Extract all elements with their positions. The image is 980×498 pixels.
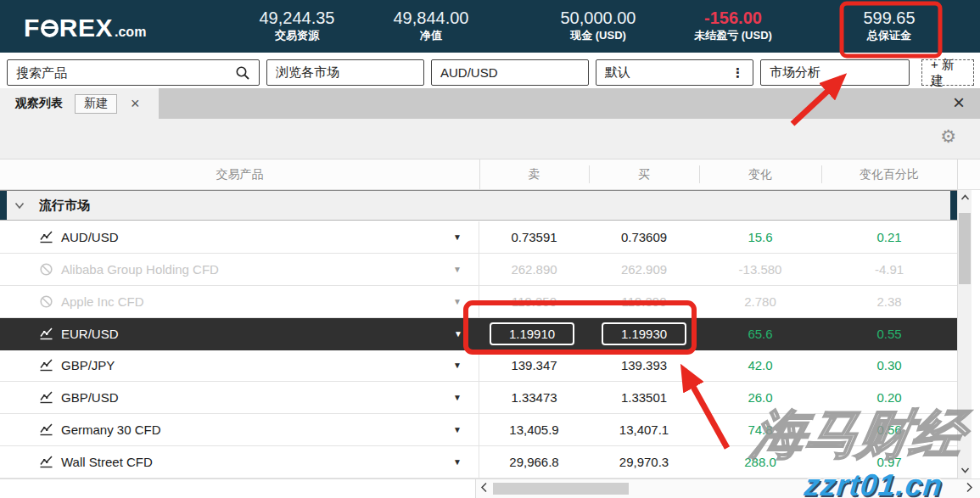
product-cell[interactable]: Wall Street CFD▼ [0, 446, 479, 478]
chart-icon [39, 422, 53, 437]
scroll-right-icon[interactable] [966, 482, 973, 493]
buy-cell[interactable]: 1.33501 [589, 382, 699, 413]
sell-price: 1.33473 [511, 390, 557, 405]
product-cell[interactable]: Alibaba Group Holding CFD▼ [0, 254, 479, 285]
chevron-down-icon[interactable]: ▼ [453, 232, 462, 242]
new-workspace-label: + 新建 [931, 57, 965, 89]
instrument-name: AUD/USD [61, 230, 119, 244]
blocked-icon [39, 262, 53, 277]
market-analysis-label: 市场分析 [770, 64, 820, 81]
header-product[interactable]: 交易产品 [0, 159, 479, 189]
instrument-name: Apple Inc CFD [61, 294, 144, 309]
forex-logo: F REX .com [24, 14, 146, 42]
stat-total-margin: 599.65 总保证金 [817, 8, 961, 43]
search-box[interactable] [7, 59, 260, 86]
product-cell[interactable]: Apple Inc CFD▼ [0, 286, 479, 317]
buy-cell[interactable]: 13,407.1 [589, 414, 699, 445]
new-workspace-button[interactable]: + 新建 [921, 59, 974, 86]
sell-cell[interactable]: 1.33473 [479, 382, 589, 413]
instrument-selector-label: AUD/USD [440, 65, 498, 80]
product-cell[interactable]: Germany 30 CFD▼ [0, 414, 479, 445]
table-row[interactable]: Germany 30 CFD▼13,405.913,407.174.80.56 [0, 414, 957, 446]
stat-value: 599.65 [817, 8, 961, 28]
chevron-down-icon[interactable] [14, 202, 25, 210]
tab-new-button[interactable]: 新建 [75, 94, 117, 114]
vertical-scrollbar[interactable] [957, 190, 972, 478]
market-analysis-button[interactable]: 市场分析 [760, 59, 910, 86]
chevron-down-icon[interactable]: ▼ [453, 265, 462, 274]
sell-price-button[interactable]: 1.19910 [490, 322, 574, 345]
table-row[interactable]: AUD/USD▼0.735910.7360915.60.21 [0, 221, 957, 254]
vertical-scroll-thumb[interactable] [959, 213, 971, 284]
change-cell: 42.0 [699, 350, 821, 382]
sell-cell[interactable]: 119.350 [479, 286, 589, 317]
group-accent-bar [950, 191, 957, 220]
product-cell[interactable]: AUD/USD▼ [0, 221, 479, 253]
instrument-selector[interactable]: AUD/USD [431, 59, 589, 86]
buy-cell[interactable]: 139.393 [589, 350, 699, 382]
buy-cell[interactable]: 29,970.3 [589, 446, 699, 478]
buy-cell[interactable]: 262.909 [589, 254, 699, 285]
table-row[interactable]: Alibaba Group Holding CFD▼262.890262.909… [0, 254, 957, 286]
sell-cell[interactable]: 139.347 [479, 350, 589, 382]
header-sell[interactable]: 卖 [479, 159, 589, 189]
scroll-left-icon[interactable] [480, 482, 488, 493]
product-cell[interactable]: GBP/USD▼ [0, 382, 479, 413]
stat-value: 50,000.00 [526, 8, 670, 28]
change-pct-cell: 0.55 [821, 318, 957, 350]
stat-label: 交易资源 [225, 28, 369, 43]
product-cell[interactable]: GBP/JPY▼ [0, 350, 479, 382]
buy-cell[interactable]: 0.73609 [589, 221, 699, 253]
horizontal-scrollbar[interactable] [0, 478, 980, 498]
scroll-up-icon[interactable] [958, 194, 972, 201]
buy-price-button[interactable]: 1.19930 [602, 322, 686, 345]
search-input[interactable] [16, 65, 220, 80]
header-buy[interactable]: 买 [589, 159, 699, 189]
table-row[interactable]: Wall Street CFD▼29,966.829,970.3288.00.9… [0, 446, 957, 478]
instrument-name: Wall Street CFD [61, 455, 153, 469]
browse-markets-label: 浏览各市场 [276, 64, 339, 81]
panel-close-icon[interactable]: × [953, 92, 965, 113]
gear-icon[interactable]: ⚙ [940, 126, 956, 147]
search-icon[interactable] [235, 65, 250, 81]
group-row-popular-markets[interactable]: 流行市场 [0, 190, 957, 221]
product-cell[interactable]: EUR/USD▼ [0, 318, 479, 350]
change-cell: 65.6 [699, 318, 821, 350]
chevron-down-icon[interactable]: ▼ [454, 329, 462, 339]
sell-price: 13,405.9 [509, 422, 558, 437]
chevron-down-icon[interactable]: ▼ [453, 393, 462, 402]
header-change-pct[interactable]: 变化百分比 [821, 159, 957, 189]
sell-cell[interactable]: 0.73591 [479, 221, 589, 253]
chevron-down-icon[interactable]: ▼ [453, 425, 462, 434]
change-cell: -13.580 [699, 254, 821, 285]
logo-text: F [24, 14, 40, 42]
table-row[interactable]: GBP/USD▼1.334731.3350126.00.20 [0, 382, 957, 414]
tab-close-icon[interactable]: × [131, 96, 140, 111]
table-row[interactable]: Apple Inc CFD▼119.350119.3902.7802.38 [0, 286, 957, 318]
browse-markets-button[interactable]: 浏览各市场 [266, 59, 424, 86]
header-change[interactable]: 变化 [699, 159, 821, 189]
kebab-menu-icon[interactable]: ⋮ [731, 66, 744, 79]
horizontal-scroll-thumb[interactable] [493, 483, 629, 495]
sell-cell[interactable]: 29,966.8 [479, 446, 589, 478]
logo-text: REX [59, 14, 113, 42]
column-divider [479, 159, 480, 189]
layout-selector[interactable]: 默认 ⋮ [596, 59, 753, 86]
instrument-name: Germany 30 CFD [61, 422, 161, 437]
horizontal-scroll-track[interactable] [475, 479, 980, 498]
chevron-down-icon[interactable]: ▼ [453, 457, 462, 467]
buy-cell[interactable]: 119.390 [589, 286, 699, 317]
chevron-down-icon[interactable]: ▼ [453, 297, 462, 306]
chevron-down-icon[interactable]: ▼ [453, 361, 462, 370]
table-row[interactable]: GBP/JPY▼139.347139.39342.00.30 [0, 350, 957, 383]
buy-price: 13,407.1 [619, 422, 669, 437]
table-row[interactable]: EUR/USD▼1.199101.1993065.60.55 [0, 318, 957, 350]
scroll-down-icon[interactable] [958, 467, 972, 473]
tab-watchlist[interactable]: 观察列表 新建 × [0, 88, 159, 119]
sell-cell[interactable]: 13,405.9 [479, 414, 589, 445]
buy-cell[interactable]: 1.19930 [589, 318, 699, 350]
sell-price: 29,966.8 [509, 455, 558, 469]
sell-price: 0.73591 [511, 230, 557, 244]
sell-cell[interactable]: 1.19910 [479, 318, 589, 350]
sell-cell[interactable]: 262.890 [479, 254, 589, 285]
